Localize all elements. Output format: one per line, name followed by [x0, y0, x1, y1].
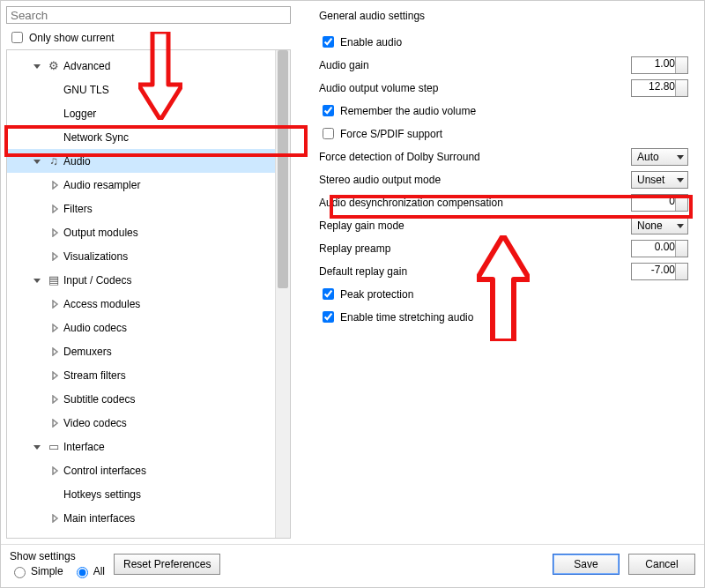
- dolby-label: Force detection of Dolby Surround: [319, 151, 631, 163]
- tree-item-label: Interface: [63, 441, 105, 453]
- tree-item[interactable]: Visualizations: [7, 244, 275, 268]
- tree-item[interactable]: Control interfaces: [7, 458, 275, 482]
- tree-item-label: GNU TLS: [63, 84, 109, 96]
- gear-icon: ⚙: [46, 59, 62, 73]
- music-icon: ♫: [46, 154, 62, 168]
- settings-tree[interactable]: ⚙AdvancedGNU TLSLoggerNetwork Sync♫Audio…: [7, 50, 275, 538]
- tree-item[interactable]: ▭Interface: [7, 435, 275, 458]
- desync-input[interactable]: 0: [631, 194, 688, 212]
- time-stretch[interactable]: Enable time stretching audio: [319, 309, 473, 325]
- tree-item[interactable]: ⚙Advanced: [7, 54, 275, 78]
- chevron-down-icon[interactable]: [30, 440, 44, 454]
- peak-protection-checkbox[interactable]: [323, 288, 334, 300]
- replay-preamp-input[interactable]: 0.00: [631, 240, 688, 257]
- force-spdif-checkbox[interactable]: [323, 128, 334, 139]
- desync-label: Audio desynchronization compensation: [319, 197, 631, 209]
- radio-all[interactable]: All: [72, 564, 105, 578]
- tree-item[interactable]: Hotkeys settings: [7, 482, 275, 506]
- tree-item-label: Main interfaces: [63, 512, 135, 525]
- tree-item[interactable]: ≡Playlist: [7, 530, 275, 538]
- chevron-down-icon[interactable]: [30, 273, 44, 287]
- tree-item[interactable]: GNU TLS: [7, 78, 275, 101]
- chevron-down-icon[interactable]: [30, 154, 44, 168]
- default-replay-input[interactable]: -7.00: [631, 263, 688, 280]
- tree-item-label: Audio codecs: [63, 322, 127, 334]
- tree-item[interactable]: Demuxers: [7, 339, 275, 363]
- tree-item-label: Audio: [63, 155, 91, 167]
- remember-volume-checkbox[interactable]: [323, 105, 334, 116]
- tree-item[interactable]: Video codecs: [7, 411, 275, 435]
- search-input[interactable]: [6, 6, 291, 24]
- force-spdif[interactable]: Force S/PDIF support: [319, 125, 442, 142]
- tree-item[interactable]: ♫Audio: [7, 149, 275, 173]
- tree-item-label: Hotkeys settings: [63, 488, 141, 501]
- tree-container: ⚙AdvancedGNU TLSLoggerNetwork Sync♫Audio…: [6, 49, 291, 539]
- enable-audio[interactable]: Enable audio: [319, 33, 402, 50]
- chevron-right-icon[interactable]: [48, 368, 62, 383]
- stereo-select[interactable]: Unset: [631, 171, 688, 189]
- tree-item[interactable]: ▤Input / Codecs: [7, 268, 275, 292]
- radio-all-input[interactable]: [77, 567, 88, 578]
- tree-item-label: Demuxers: [63, 346, 112, 358]
- tree-item[interactable]: Stream filters: [7, 363, 275, 387]
- chevron-right-icon[interactable]: [48, 226, 62, 240]
- chevron-right-icon[interactable]: [48, 321, 62, 335]
- save-button[interactable]: Save: [553, 554, 620, 575]
- chevron-right-icon[interactable]: [48, 416, 62, 430]
- volume-step-input[interactable]: 12.80: [631, 79, 688, 97]
- tree-item[interactable]: Network Sync: [7, 125, 275, 149]
- chevron-right-icon[interactable]: [48, 392, 62, 406]
- tree-item-label: Stream filters: [63, 369, 126, 382]
- tree-item-label: Control interfaces: [63, 465, 146, 477]
- tree-item-label: Network Sync: [63, 131, 129, 144]
- tree-item-label: Advanced: [63, 60, 110, 72]
- tree-item[interactable]: Audio codecs: [7, 316, 275, 339]
- preferences-window: Only show current ⚙AdvancedGNU TLSLogger…: [0, 0, 705, 588]
- tree-item[interactable]: Output modules: [7, 220, 275, 244]
- scroll-thumb[interactable]: [278, 50, 288, 288]
- audio-gain-label: Audio gain: [319, 59, 631, 71]
- cancel-button[interactable]: Cancel: [628, 554, 695, 575]
- tree-item-label: Access modules: [63, 298, 140, 310]
- section-title: General audio settings: [319, 10, 688, 22]
- only-show-current[interactable]: Only show current: [8, 29, 291, 46]
- sidebar: Only show current ⚙AdvancedGNU TLSLogger…: [1, 1, 296, 544]
- tree-item[interactable]: Access modules: [7, 292, 275, 316]
- scrollbar[interactable]: [275, 50, 290, 538]
- replay-mode-select[interactable]: None: [631, 217, 688, 234]
- chevron-right-icon[interactable]: [48, 464, 62, 478]
- chevron-right-icon[interactable]: [48, 297, 62, 311]
- chevron-down-icon[interactable]: [30, 59, 44, 73]
- enable-audio-checkbox[interactable]: [323, 36, 334, 48]
- tree-item[interactable]: Subtitle codecs: [7, 387, 275, 411]
- audio-gain-input[interactable]: 1.00: [631, 56, 688, 74]
- chevron-right-icon[interactable]: [48, 202, 62, 216]
- reset-preferences-button[interactable]: Reset Preferences: [114, 554, 220, 575]
- settings-panel: General audio settings Enable audio Audi…: [296, 1, 704, 544]
- radio-simple-input[interactable]: [14, 567, 26, 578]
- tree-item[interactable]: Audio resampler: [7, 173, 275, 197]
- replay-mode-label: Replay gain mode: [319, 220, 631, 232]
- tree-item-label: Input / Codecs: [63, 274, 131, 287]
- tree-item-label: Visualizations: [63, 250, 128, 263]
- tree-item[interactable]: Filters: [7, 197, 275, 220]
- remember-volume[interactable]: Remember the audio volume: [319, 102, 476, 119]
- only-show-current-checkbox[interactable]: [11, 32, 23, 43]
- peak-protection[interactable]: Peak protection: [319, 286, 413, 302]
- chevron-right-icon[interactable]: [48, 511, 62, 525]
- tree-item[interactable]: Logger: [7, 101, 275, 125]
- radio-simple[interactable]: Simple: [10, 564, 63, 578]
- only-show-current-label: Only show current: [29, 32, 115, 44]
- chevron-right-icon[interactable]: [48, 345, 62, 359]
- tree-item-label: Logger: [63, 108, 96, 120]
- dolby-select[interactable]: Auto: [631, 148, 688, 166]
- default-replay-label: Default replay gain: [319, 265, 631, 278]
- chevron-right-icon[interactable]: [48, 249, 62, 264]
- tree-item[interactable]: Main interfaces: [7, 506, 275, 530]
- tree-item-label: Filters: [63, 203, 93, 215]
- volume-step-label: Audio output volume step: [319, 82, 631, 94]
- chevron-right-icon[interactable]: [48, 178, 62, 192]
- time-stretch-checkbox[interactable]: [323, 311, 334, 323]
- chevron-down-icon[interactable]: [30, 535, 44, 539]
- tree-item-label: Playlist: [63, 536, 97, 539]
